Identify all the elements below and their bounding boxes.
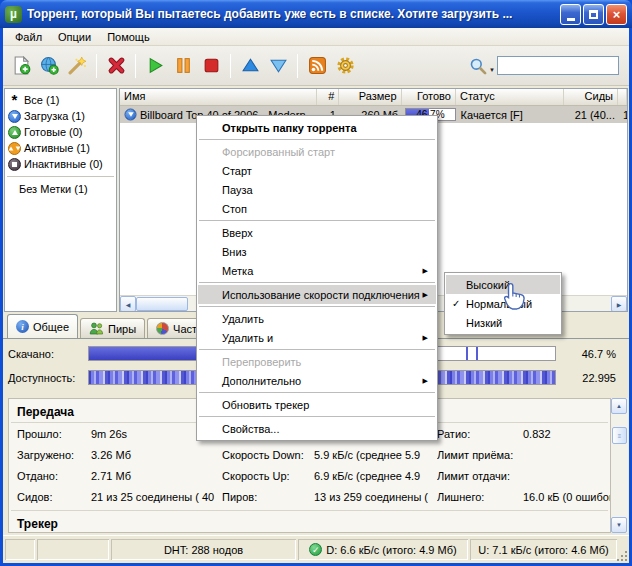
seeds-value: 21 из 25 соединены ( 40 [91, 491, 222, 503]
status-panel-upload[interactable]: U: 7.1 кБ/с (итого: 4.6 Мб) [470, 539, 617, 560]
menu-item-move-down[interactable]: Вниз [198, 242, 436, 261]
sidebar-divider [7, 176, 114, 177]
settings-icon [336, 56, 355, 75]
remove-icon [107, 56, 126, 75]
inactive-icon [8, 158, 21, 171]
resize-grip[interactable] [616, 550, 628, 562]
status-panel-empty [37, 539, 109, 560]
search-icon[interactable] [469, 57, 487, 75]
menu-item-remove-and[interactable]: Удалить и▶ [198, 328, 436, 347]
remove-button[interactable] [102, 52, 130, 80]
torrent-peers-cell: 13 [619, 106, 627, 123]
column-header-seeds[interactable]: Сиды [564, 89, 618, 105]
sidebar-item-no-label[interactable]: Без Метки (1) [5, 181, 116, 197]
submenu-item-low[interactable]: Низкий [446, 313, 560, 332]
menu-item-pause[interactable]: Пауза [198, 180, 436, 199]
asterisk-icon: * [8, 95, 21, 105]
menu-item-bandwidth-allocation[interactable]: Использование скорости подключения▶ [198, 285, 436, 304]
add-torrent-button[interactable] [7, 52, 35, 80]
menu-item-stop[interactable]: Стоп [198, 199, 436, 218]
create-torrent-icon [68, 56, 87, 75]
tab-peers[interactable]: Пиры [80, 318, 145, 338]
peers-icon [89, 322, 104, 335]
stop-icon [202, 56, 221, 75]
menu-separator [199, 349, 435, 350]
peers-label: Пиров: [222, 491, 314, 503]
move-down-button[interactable] [264, 52, 292, 80]
scroll-down-button[interactable]: ▼ [611, 517, 627, 533]
menu-item-start[interactable]: Старт [198, 161, 436, 180]
toolbar-separator [230, 54, 231, 78]
column-header-status[interactable]: Статус [456, 89, 564, 105]
torrent-list-header: Имя # Размер Готово Статус Сиды [120, 89, 627, 106]
vertical-scrollbar-thumb[interactable]: ≡ [612, 427, 627, 444]
maximize-button[interactable] [583, 4, 604, 25]
elapsed-label: Прошло: [17, 428, 91, 440]
statusbar: DHT: 288 нодов ✓ D: 6.6 кБ/с (итого: 4.9… [3, 535, 629, 563]
menu-help[interactable]: Помощь [99, 30, 158, 44]
down-speed-label: Скорость Down: [222, 449, 314, 461]
upload-speed-status: U: 7.1 кБ/с (итого: 4.6 Мб) [478, 544, 608, 556]
active-icon [8, 142, 21, 155]
sidebar-item-all[interactable]: * Все (1) [5, 92, 116, 108]
status-panel-empty [5, 539, 35, 560]
sidebar-item-inactive[interactable]: Инактивные (0) [5, 156, 116, 172]
menu-item-open-folder[interactable]: Открыть папку торрента [198, 118, 436, 137]
availability-value: 22.995 [562, 372, 618, 384]
column-header-peers[interactable] [618, 89, 627, 105]
add-url-icon [40, 56, 59, 75]
sidebar-item-label: Инактивные (0) [24, 158, 103, 170]
menu-separator [199, 139, 435, 140]
sidebar-item-active[interactable]: Активные (1) [5, 140, 116, 156]
menu-file[interactable]: Файл [7, 30, 50, 44]
start-icon [146, 56, 165, 75]
uploaded-total-value: 2.71 Мб [91, 470, 222, 482]
column-header-done[interactable]: Готово [402, 89, 456, 105]
sidebar-item-downloading[interactable]: Загрузка (1) [5, 108, 116, 124]
rss-button[interactable] [303, 52, 331, 80]
scroll-up-button[interactable]: ▲ [611, 398, 627, 414]
menu-options[interactable]: Опции [50, 30, 99, 44]
create-torrent-button[interactable] [63, 52, 91, 80]
titlebar: µ Торрент, который Вы пытаетесь добавить… [0, 0, 632, 28]
move-up-button[interactable] [236, 52, 264, 80]
sidebar-item-finished[interactable]: Готовые (0) [5, 124, 116, 140]
info-icon: i [16, 320, 29, 333]
menu-item-remove[interactable]: Удалить [198, 309, 436, 328]
vertical-scrollbar-track[interactable] [611, 444, 628, 517]
settings-button[interactable] [331, 52, 359, 80]
context-menu: Открыть папку торрента Форсированный ста… [196, 115, 438, 441]
wasted-value: 16.0 кБ (0 ошибок) [523, 491, 610, 503]
minimize-button[interactable] [560, 4, 581, 25]
menu-item-force-start: Форсированный старт [198, 142, 436, 161]
status-panel-dht[interactable]: DHT: 288 нодов [111, 539, 296, 560]
menu-item-update-tracker[interactable]: Обновить трекер [198, 395, 436, 414]
start-button[interactable] [141, 52, 169, 80]
scroll-right-button[interactable]: ▶ [611, 296, 627, 312]
menu-item-properties[interactable]: Свойства... [198, 419, 436, 438]
scroll-left-button[interactable]: ◀ [120, 296, 136, 312]
status-panel-download[interactable]: ✓ D: 6.6 кБ/с (итого: 4.9 Мб) [298, 539, 468, 560]
uploaded-total-label: Отдано: [17, 470, 91, 482]
search-dropdown-icon[interactable]: ▼ [489, 67, 495, 73]
search-input[interactable] [497, 56, 619, 75]
download-speed-status: D: 6.6 кБ/с (итого: 4.9 Мб) [326, 544, 456, 556]
ratio-label: Ратио: [437, 428, 523, 440]
stop-button[interactable] [197, 52, 225, 80]
close-button[interactable]: × [606, 4, 627, 25]
toolbar: ▼ [3, 46, 629, 86]
add-url-button[interactable] [35, 52, 63, 80]
vertical-scrollbar: ▲ ≡ ▼ [611, 398, 628, 533]
column-header-size[interactable]: Размер [339, 89, 401, 105]
column-header-name[interactable]: Имя [120, 89, 317, 105]
menu-item-move-up[interactable]: Вверх [198, 223, 436, 242]
menu-item-advanced[interactable]: Дополнительно▶ [198, 371, 436, 390]
horizontal-scrollbar-thumb[interactable] [136, 297, 188, 311]
menu-item-label[interactable]: Метка▶ [198, 261, 436, 280]
network-ok-icon: ✓ [309, 543, 322, 556]
menu-separator [199, 392, 435, 393]
pause-button[interactable] [169, 52, 197, 80]
availability-label: Доступность: [8, 372, 88, 384]
tab-general[interactable]: i Общее [7, 314, 78, 338]
column-header-number[interactable]: # [317, 89, 339, 105]
